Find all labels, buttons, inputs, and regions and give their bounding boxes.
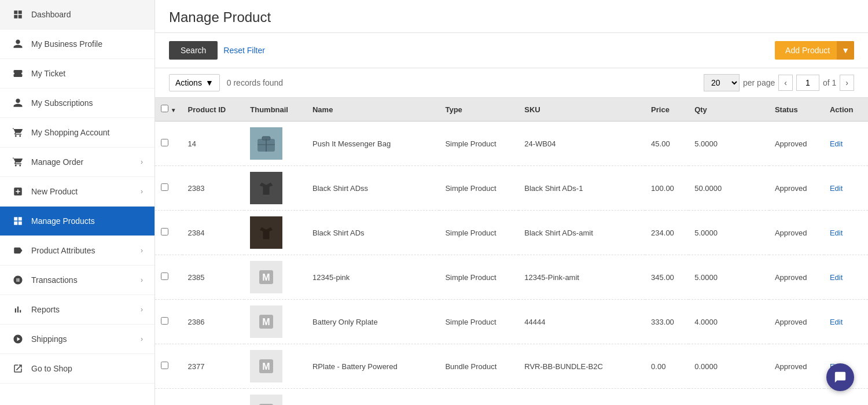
row-status: Approved: [769, 211, 824, 255]
sidebar-item-reports[interactable]: Reports ›: [0, 295, 155, 325]
row-thumbnail: M: [244, 300, 307, 344]
search-button[interactable]: Search: [169, 41, 218, 60]
sidebar-item-my-ticket[interactable]: My Ticket: [0, 59, 155, 89]
page-number-input[interactable]: [796, 75, 819, 91]
sidebar-item-dashboard[interactable]: Dashboard: [0, 0, 155, 30]
row-action: Edit: [824, 389, 868, 406]
sidebar-item-label: My Business Profile: [31, 39, 143, 49]
row-action: Edit: [824, 166, 868, 211]
sidebar-item-shippings[interactable]: Shippings ›: [0, 325, 155, 354]
row-price: 45.00: [645, 122, 689, 166]
table-header: ▼ Product ID Thumbnail Name Type SKU Pri…: [155, 98, 868, 122]
sidebar-item-transactions[interactable]: Transactions ›: [0, 266, 155, 295]
row-checkbox-cell: [155, 211, 182, 255]
prev-page-button[interactable]: ‹: [778, 75, 793, 91]
chat-fab-button[interactable]: [826, 363, 854, 391]
reports-icon: [12, 303, 24, 316]
sidebar-item-label: Go to Shop: [31, 364, 143, 373]
col-price: Price: [645, 98, 689, 122]
manage-products-icon: [12, 215, 24, 227]
row-checkbox-cell: [155, 389, 182, 406]
shippings-icon: [12, 333, 24, 345]
chevron-right-icon: ›: [141, 158, 143, 166]
row-type: Simple Product: [439, 122, 518, 166]
row-type: Simple Product: [439, 255, 518, 300]
sidebar-item-label: Dashboard: [31, 10, 143, 19]
row-checkbox[interactable]: [161, 362, 168, 369]
row-name: Battery Only Rplate: [307, 300, 439, 344]
col-qty: Qty: [689, 98, 769, 122]
row-thumbnail: M: [244, 389, 307, 406]
row-price: 234.00: [645, 211, 689, 255]
row-action: Edit: [824, 211, 868, 255]
sidebar-item-manage-products[interactable]: Manage Products: [0, 207, 155, 236]
sidebar-item-product-attributes[interactable]: Product Attributes ›: [0, 236, 155, 266]
row-name: Black Shirt ADs: [307, 211, 439, 255]
row-product-id: 2375: [182, 389, 245, 406]
records-count: 0 records found: [227, 78, 283, 87]
edit-link[interactable]: Edit: [830, 273, 843, 282]
row-name: RPlate Battery Paid Monthly: [307, 389, 439, 406]
add-product-button[interactable]: Add Product ▼: [775, 41, 854, 60]
page-header: Manage Product: [155, 0, 868, 33]
col-thumbnail: Thumbnail: [244, 98, 307, 122]
sidebar-item-my-shopping-account[interactable]: My Shopping Account: [0, 118, 155, 148]
toolbar: Search Reset Filter Add Product ▼: [155, 33, 868, 68]
products-table: ▼ Product ID Thumbnail Name Type SKU Pri…: [155, 98, 868, 405]
row-price: 333.00: [645, 300, 689, 344]
row-qty: 50.0000: [689, 166, 769, 211]
sidebar-item-label: Manage Order: [31, 157, 141, 167]
chevron-down-icon: ▼: [171, 107, 176, 113]
row-type: Bundle Product: [439, 344, 518, 389]
row-thumbnail: [244, 166, 307, 211]
row-checkbox[interactable]: [161, 139, 168, 146]
sidebar-item-label: Reports: [31, 305, 141, 314]
table-row: 2377 M RPlate - Battery Powered Bundle P…: [155, 344, 868, 389]
actions-button[interactable]: Actions ▼: [169, 74, 220, 91]
row-sku: 44444: [518, 300, 645, 344]
sidebar-item-go-to-shop[interactable]: Go to Shop: [0, 354, 155, 384]
page-title: Manage Product: [169, 9, 854, 25]
row-checkbox[interactable]: [161, 183, 168, 191]
row-action: Edit: [824, 122, 868, 166]
chevron-right-icon: ›: [141, 276, 143, 284]
edit-link[interactable]: Edit: [830, 184, 843, 193]
row-checkbox[interactable]: [161, 317, 168, 325]
shopping-icon: [12, 126, 24, 139]
table-row: 2386 M Battery Only Rplate Simple Produc…: [155, 300, 868, 344]
sidebar-item-new-product[interactable]: New Product ›: [0, 177, 155, 207]
edit-link[interactable]: Edit: [830, 229, 843, 237]
row-price: 345.00: [645, 255, 689, 300]
sidebar-item-label: My Shopping Account: [31, 128, 143, 137]
row-sku: RVR-BB-PLAN-MONTHLY: [518, 389, 645, 406]
row-qty: 5.0000: [689, 211, 769, 255]
sidebar-item-manage-order[interactable]: Manage Order ›: [0, 148, 155, 177]
next-page-button[interactable]: ›: [840, 75, 854, 91]
reset-filter-button[interactable]: Reset Filter: [223, 46, 265, 55]
row-type: Simple Product: [439, 300, 518, 344]
row-checkbox-cell: [155, 344, 182, 389]
col-product-id: Product ID: [182, 98, 245, 122]
row-checkbox[interactable]: [161, 228, 168, 235]
chevron-right-icon: ›: [141, 335, 143, 343]
sidebar-item-label: Product Attributes: [31, 246, 141, 255]
per-page-select[interactable]: 20 50 100: [704, 74, 740, 91]
select-all-header: ▼: [155, 98, 182, 122]
sidebar: Dashboard My Business Profile My Ticket …: [0, 0, 155, 405]
add-product-dropdown-arrow[interactable]: ▼: [837, 41, 854, 60]
row-type: Simple Product: [439, 389, 518, 406]
row-sku: Black Shirt ADs-1: [518, 166, 645, 211]
col-status: Status: [769, 98, 824, 122]
edit-link[interactable]: Edit: [830, 318, 843, 326]
edit-link[interactable]: Edit: [830, 139, 843, 148]
transactions-icon: [12, 274, 24, 286]
row-checkbox[interactable]: [161, 273, 168, 280]
sidebar-item-label: Shippings: [31, 334, 141, 344]
row-name: Black Shirt ADss: [307, 166, 439, 211]
sidebar-item-label: Manage Products: [31, 216, 143, 226]
select-all-checkbox[interactable]: [161, 105, 168, 112]
sidebar-item-my-subscriptions[interactable]: My Subscriptions: [0, 89, 155, 118]
table-body: 14 Push It Messenger Bag Simple Product …: [155, 122, 868, 406]
sidebar-item-my-business-profile[interactable]: My Business Profile: [0, 30, 155, 59]
row-sku: RVR-BB-BUNDLE-B2C: [518, 344, 645, 389]
